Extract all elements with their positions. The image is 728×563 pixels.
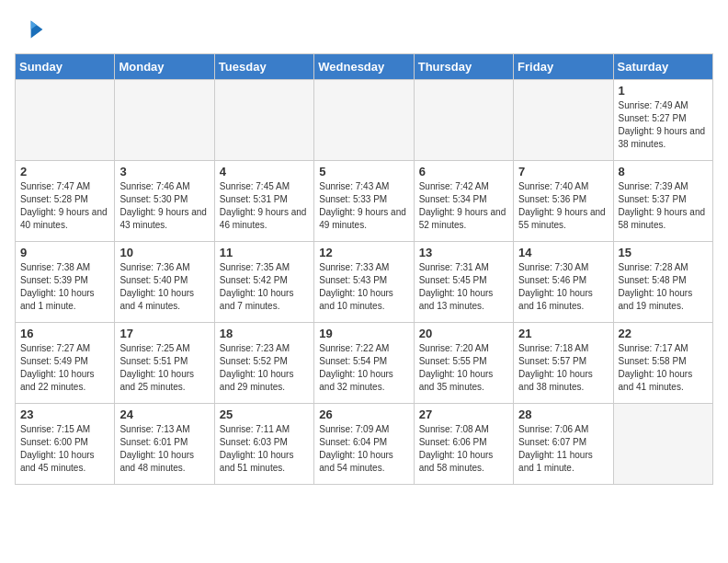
day-number: 14 bbox=[518, 246, 608, 259]
week-row-2: 9Sunrise: 7:38 AM Sunset: 5:39 PM Daylig… bbox=[16, 242, 713, 323]
day-info: Sunrise: 7:36 AM Sunset: 5:40 PM Dayligh… bbox=[119, 261, 209, 313]
day-info: Sunrise: 7:25 AM Sunset: 5:51 PM Dayligh… bbox=[119, 342, 209, 394]
day-number: 19 bbox=[319, 327, 408, 340]
day-number: 9 bbox=[20, 246, 109, 259]
calendar-cell: 22Sunrise: 7:17 AM Sunset: 5:58 PM Dayli… bbox=[613, 323, 712, 404]
calendar-cell: 5Sunrise: 7:43 AM Sunset: 5:33 PM Daylig… bbox=[314, 161, 414, 242]
day-info: Sunrise: 7:33 AM Sunset: 5:43 PM Dayligh… bbox=[319, 261, 408, 313]
calendar-cell: 16Sunrise: 7:27 AM Sunset: 5:49 PM Dayli… bbox=[16, 323, 115, 404]
day-number: 11 bbox=[220, 246, 309, 259]
day-info: Sunrise: 7:43 AM Sunset: 5:33 PM Dayligh… bbox=[319, 180, 408, 232]
weekday-header-saturday: Saturday bbox=[613, 54, 712, 80]
calendar-header: SundayMondayTuesdayWednesdayThursdayFrid… bbox=[16, 54, 713, 80]
calendar-cell bbox=[314, 80, 414, 161]
calendar-cell: 17Sunrise: 7:25 AM Sunset: 5:51 PM Dayli… bbox=[115, 323, 214, 404]
calendar-cell: 26Sunrise: 7:09 AM Sunset: 6:04 PM Dayli… bbox=[314, 404, 414, 485]
calendar-body: 1Sunrise: 7:49 AM Sunset: 5:27 PM Daylig… bbox=[16, 80, 713, 485]
day-info: Sunrise: 7:40 AM Sunset: 5:36 PM Dayligh… bbox=[518, 180, 608, 232]
day-info: Sunrise: 7:38 AM Sunset: 5:39 PM Dayligh… bbox=[20, 261, 109, 313]
day-info: Sunrise: 7:15 AM Sunset: 6:00 PM Dayligh… bbox=[20, 423, 109, 475]
calendar-cell: 19Sunrise: 7:22 AM Sunset: 5:54 PM Dayli… bbox=[314, 323, 414, 404]
logo-icon bbox=[15, 15, 44, 44]
day-info: Sunrise: 7:17 AM Sunset: 5:58 PM Dayligh… bbox=[619, 342, 708, 394]
calendar-cell bbox=[414, 80, 513, 161]
day-info: Sunrise: 7:45 AM Sunset: 5:31 PM Dayligh… bbox=[220, 180, 309, 232]
day-info: Sunrise: 7:46 AM Sunset: 5:30 PM Dayligh… bbox=[119, 180, 209, 232]
calendar-cell: 8Sunrise: 7:39 AM Sunset: 5:37 PM Daylig… bbox=[613, 161, 712, 242]
day-info: Sunrise: 7:39 AM Sunset: 5:37 PM Dayligh… bbox=[619, 180, 708, 232]
calendar-cell: 7Sunrise: 7:40 AM Sunset: 5:36 PM Daylig… bbox=[514, 161, 613, 242]
day-number: 5 bbox=[319, 165, 408, 178]
weekday-header-monday: Monday bbox=[115, 54, 214, 80]
calendar-cell: 3Sunrise: 7:46 AM Sunset: 5:30 PM Daylig… bbox=[115, 161, 214, 242]
weekday-header-thursday: Thursday bbox=[414, 54, 513, 80]
day-number: 16 bbox=[20, 327, 109, 340]
calendar-cell: 15Sunrise: 7:28 AM Sunset: 5:48 PM Dayli… bbox=[613, 242, 712, 323]
day-info: Sunrise: 7:31 AM Sunset: 5:45 PM Dayligh… bbox=[419, 261, 508, 313]
calendar-cell: 4Sunrise: 7:45 AM Sunset: 5:31 PM Daylig… bbox=[214, 161, 313, 242]
weekday-header-tuesday: Tuesday bbox=[214, 54, 313, 80]
calendar-cell: 23Sunrise: 7:15 AM Sunset: 6:00 PM Dayli… bbox=[16, 404, 115, 485]
week-row-0: 1Sunrise: 7:49 AM Sunset: 5:27 PM Daylig… bbox=[16, 80, 713, 161]
calendar-table: SundayMondayTuesdayWednesdayThursdayFrid… bbox=[15, 53, 713, 485]
calendar-cell: 25Sunrise: 7:11 AM Sunset: 6:03 PM Dayli… bbox=[214, 404, 313, 485]
calendar-cell: 14Sunrise: 7:30 AM Sunset: 5:46 PM Dayli… bbox=[514, 242, 613, 323]
day-number: 2 bbox=[20, 165, 109, 178]
day-number: 28 bbox=[518, 408, 608, 421]
day-number: 3 bbox=[119, 165, 209, 178]
day-number: 23 bbox=[20, 408, 109, 421]
calendar-cell bbox=[613, 404, 712, 485]
day-info: Sunrise: 7:27 AM Sunset: 5:49 PM Dayligh… bbox=[20, 342, 109, 394]
calendar-cell: 2Sunrise: 7:47 AM Sunset: 5:28 PM Daylig… bbox=[16, 161, 115, 242]
day-number: 20 bbox=[419, 327, 508, 340]
calendar-cell: 28Sunrise: 7:06 AM Sunset: 6:07 PM Dayli… bbox=[514, 404, 613, 485]
day-number: 13 bbox=[419, 246, 508, 259]
day-info: Sunrise: 7:42 AM Sunset: 5:34 PM Dayligh… bbox=[419, 180, 508, 232]
weekday-header-sunday: Sunday bbox=[16, 54, 115, 80]
day-info: Sunrise: 7:11 AM Sunset: 6:03 PM Dayligh… bbox=[220, 423, 309, 475]
day-number: 22 bbox=[619, 327, 708, 340]
page-header bbox=[15, 15, 713, 44]
calendar-cell bbox=[16, 80, 115, 161]
day-number: 24 bbox=[119, 408, 209, 421]
day-info: Sunrise: 7:09 AM Sunset: 6:04 PM Dayligh… bbox=[319, 423, 408, 475]
logo bbox=[15, 15, 48, 44]
day-info: Sunrise: 7:22 AM Sunset: 5:54 PM Dayligh… bbox=[319, 342, 408, 394]
day-number: 15 bbox=[619, 246, 708, 259]
day-number: 8 bbox=[619, 165, 708, 178]
weekday-header-wednesday: Wednesday bbox=[314, 54, 414, 80]
day-number: 21 bbox=[518, 327, 608, 340]
week-row-4: 23Sunrise: 7:15 AM Sunset: 6:00 PM Dayli… bbox=[16, 404, 713, 485]
day-info: Sunrise: 7:08 AM Sunset: 6:06 PM Dayligh… bbox=[419, 423, 508, 475]
day-number: 27 bbox=[419, 408, 508, 421]
day-info: Sunrise: 7:06 AM Sunset: 6:07 PM Dayligh… bbox=[518, 423, 608, 475]
day-number: 17 bbox=[119, 327, 209, 340]
calendar-cell: 9Sunrise: 7:38 AM Sunset: 5:39 PM Daylig… bbox=[16, 242, 115, 323]
day-number: 25 bbox=[220, 408, 309, 421]
calendar-cell bbox=[214, 80, 313, 161]
day-info: Sunrise: 7:23 AM Sunset: 5:52 PM Dayligh… bbox=[220, 342, 309, 394]
weekday-row: SundayMondayTuesdayWednesdayThursdayFrid… bbox=[16, 54, 713, 80]
calendar-cell: 27Sunrise: 7:08 AM Sunset: 6:06 PM Dayli… bbox=[414, 404, 513, 485]
calendar-cell: 10Sunrise: 7:36 AM Sunset: 5:40 PM Dayli… bbox=[115, 242, 214, 323]
day-info: Sunrise: 7:20 AM Sunset: 5:55 PM Dayligh… bbox=[419, 342, 508, 394]
day-number: 6 bbox=[419, 165, 508, 178]
calendar-cell: 1Sunrise: 7:49 AM Sunset: 5:27 PM Daylig… bbox=[613, 80, 712, 161]
day-info: Sunrise: 7:28 AM Sunset: 5:48 PM Dayligh… bbox=[619, 261, 708, 313]
day-number: 18 bbox=[220, 327, 309, 340]
weekday-header-friday: Friday bbox=[514, 54, 613, 80]
day-number: 7 bbox=[518, 165, 608, 178]
day-number: 12 bbox=[319, 246, 408, 259]
calendar-cell: 12Sunrise: 7:33 AM Sunset: 5:43 PM Dayli… bbox=[314, 242, 414, 323]
calendar-cell bbox=[115, 80, 214, 161]
calendar-cell: 20Sunrise: 7:20 AM Sunset: 5:55 PM Dayli… bbox=[414, 323, 513, 404]
calendar-cell: 6Sunrise: 7:42 AM Sunset: 5:34 PM Daylig… bbox=[414, 161, 513, 242]
day-number: 4 bbox=[220, 165, 309, 178]
day-info: Sunrise: 7:35 AM Sunset: 5:42 PM Dayligh… bbox=[220, 261, 309, 313]
calendar-cell: 21Sunrise: 7:18 AM Sunset: 5:57 PM Dayli… bbox=[514, 323, 613, 404]
week-row-1: 2Sunrise: 7:47 AM Sunset: 5:28 PM Daylig… bbox=[16, 161, 713, 242]
calendar-cell: 13Sunrise: 7:31 AM Sunset: 5:45 PM Dayli… bbox=[414, 242, 513, 323]
day-number: 1 bbox=[619, 84, 708, 98]
week-row-3: 16Sunrise: 7:27 AM Sunset: 5:49 PM Dayli… bbox=[16, 323, 713, 404]
calendar-cell: 11Sunrise: 7:35 AM Sunset: 5:42 PM Dayli… bbox=[214, 242, 313, 323]
